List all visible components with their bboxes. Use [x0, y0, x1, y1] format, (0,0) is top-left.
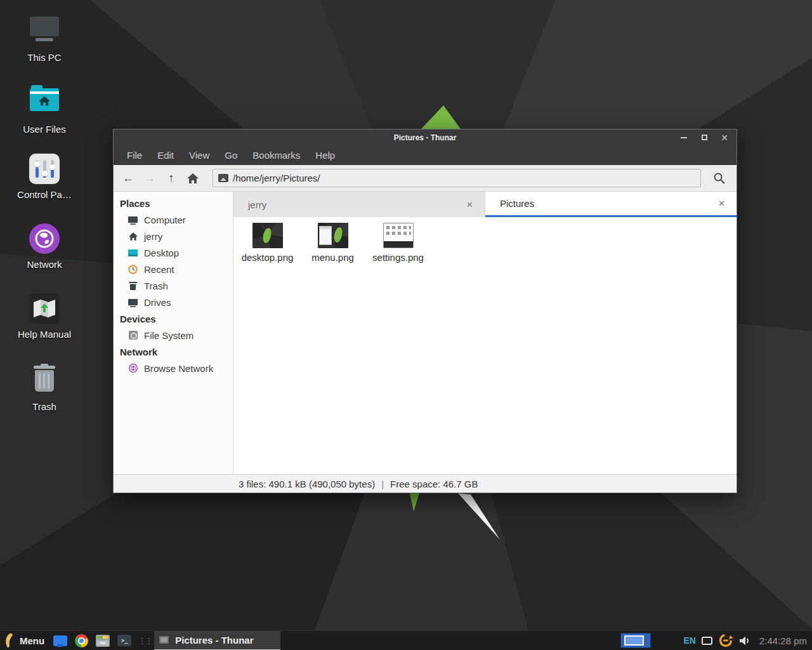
task-button-label: Pictures - Thunar [175, 635, 253, 646]
control-panel-icon [29, 154, 60, 184]
sidebar-item-label: Trash [144, 281, 168, 291]
workspace-pager[interactable] [620, 633, 651, 648]
section-header-network: Network [114, 343, 233, 360]
desktop-icon-this-pc[interactable]: This PC [6, 14, 82, 63]
status-free-space: Free space: 46.7 GB [390, 479, 478, 489]
tab-jerry[interactable]: jerry ✕ [233, 192, 485, 217]
sidebar-item-computer[interactable]: Computer [114, 211, 233, 228]
desktop-icon-trash[interactable]: Trash [6, 363, 82, 412]
path-bar[interactable]: /home/jerry/Pictures/ [213, 169, 701, 187]
computer-icon [128, 216, 138, 223]
keyboard-layout-indicator[interactable]: EN [683, 635, 695, 646]
back-button[interactable]: ← [117, 168, 139, 189]
back-icon: ← [122, 171, 134, 185]
file-settings-png[interactable]: settings.png [365, 223, 431, 263]
sidebar-item-label: File System [144, 330, 193, 341]
file-desktop-png[interactable]: desktop.png [235, 223, 300, 263]
desktop-icon-label: Help Manual [6, 329, 82, 340]
archive-cabinet-icon [96, 635, 110, 647]
tab-close-icon[interactable]: ✕ [716, 197, 728, 209]
up-icon: ↑ [168, 171, 174, 185]
maximize-button[interactable] [698, 132, 710, 143]
sidebar-item-label: Browse Network [144, 363, 213, 374]
menu-button[interactable]: Menu [0, 631, 49, 650]
sidebar-item-browse-network[interactable]: Browse Network [114, 360, 233, 376]
launcher-file-manager[interactable] [49, 631, 71, 650]
display-tray-icon[interactable] [702, 637, 712, 645]
path-text: /home/jerry/Pictures/ [233, 173, 320, 183]
minimize-button[interactable] [678, 132, 690, 143]
menu-help[interactable]: Help [308, 147, 342, 163]
home-icon [187, 173, 199, 183]
tray-clock[interactable]: 2:44:28 pm [757, 635, 807, 646]
folder-pictures-icon [218, 174, 228, 182]
titlebar[interactable]: Pictures - Thunar ✕ [114, 129, 737, 145]
terminal-icon: >_ [117, 635, 131, 646]
menubar: File Edit View Go Bookmarks Help [114, 145, 737, 165]
launcher-browser[interactable] [71, 631, 92, 650]
close-button[interactable]: ✕ [719, 132, 730, 143]
volume-speaker-icon[interactable] [739, 635, 751, 646]
tab-label: Pictures [500, 198, 716, 209]
system-tray: EN 2:44:28 pm [620, 633, 812, 648]
sidebar-item-jerry[interactable]: jerry [114, 228, 233, 244]
desktop-icon-control-panel[interactable]: Control Pa… [6, 154, 82, 200]
sidebar-item-trash[interactable]: Trash [114, 277, 233, 294]
window-title: Pictures - Thunar [114, 133, 737, 142]
taskbar-separator: ⋮⋮ [135, 636, 154, 646]
desktop-icon-network[interactable]: Network [6, 223, 82, 270]
desktop-icon-user-files[interactable]: User Files [6, 84, 82, 135]
launcher-terminal[interactable]: >_ [114, 631, 135, 650]
menu-feather-icon [4, 633, 15, 648]
close-icon: ✕ [721, 133, 728, 142]
sidebar-item-recent[interactable]: Recent [114, 261, 233, 277]
file-manager-icon [53, 635, 67, 646]
file-name: menu.png [311, 252, 354, 263]
search-button[interactable] [709, 168, 730, 189]
sidebar-item-label: Recent [144, 264, 174, 275]
desktop-icon [128, 249, 138, 256]
file-name: desktop.png [242, 252, 294, 263]
side-pane: Places Computer jerry Desktop [114, 192, 233, 474]
browse-network-globe-icon [128, 363, 138, 373]
home-glyph-icon [39, 96, 50, 106]
menu-view[interactable]: View [182, 147, 216, 163]
forward-icon: → [144, 171, 156, 185]
sidebar-item-desktop[interactable]: Desktop [114, 244, 233, 261]
recent-clock-icon [128, 265, 138, 274]
sidebar-item-label: jerry [144, 231, 162, 242]
filesystem-drive-icon [128, 331, 138, 340]
files-area[interactable]: desktop.png menu.png [233, 217, 737, 474]
sidebar-item-drives[interactable]: Drives [114, 294, 233, 310]
update-manager-icon[interactable] [718, 633, 733, 648]
sidebar-item-label: Desktop [144, 248, 179, 258]
sidebar-item-file-system[interactable]: File System [114, 327, 233, 343]
search-icon [713, 172, 726, 185]
launcher-archive[interactable] [92, 631, 114, 650]
desktop-icon-help-manual[interactable]: Help Manual [6, 293, 82, 340]
menu-edit[interactable]: Edit [150, 147, 181, 163]
taskbar: Menu >_ ⋮⋮ Pictures - Thunar EN [0, 630, 812, 650]
network-globe-icon [29, 223, 60, 254]
menu-button-label: Menu [20, 635, 44, 646]
tab-close-icon[interactable]: ✕ [464, 199, 476, 211]
maximize-icon [702, 135, 707, 140]
trash-icon [128, 281, 138, 290]
file-thumbnail-desktop [252, 223, 283, 248]
menu-file[interactable]: File [120, 147, 149, 163]
drives-icon [128, 299, 138, 305]
user-files-folder-icon [29, 88, 60, 119]
home-button[interactable] [182, 168, 204, 189]
up-button[interactable]: ↑ [160, 168, 182, 189]
file-menu-png[interactable]: menu.png [300, 223, 365, 263]
file-thumbnail-menu [318, 223, 348, 248]
minimize-icon [681, 137, 687, 138]
menu-go[interactable]: Go [218, 147, 244, 163]
tab-label: jerry [248, 199, 464, 210]
status-files-text: 3 files: 490.1 kB (490,050 bytes) [239, 479, 375, 489]
tab-pictures[interactable]: Pictures ✕ [485, 192, 737, 217]
menu-bookmarks[interactable]: Bookmarks [246, 147, 307, 163]
pager-window-icon [624, 635, 644, 646]
forward-button[interactable]: → [139, 168, 160, 189]
task-button-thunar[interactable]: Pictures - Thunar [154, 631, 280, 650]
